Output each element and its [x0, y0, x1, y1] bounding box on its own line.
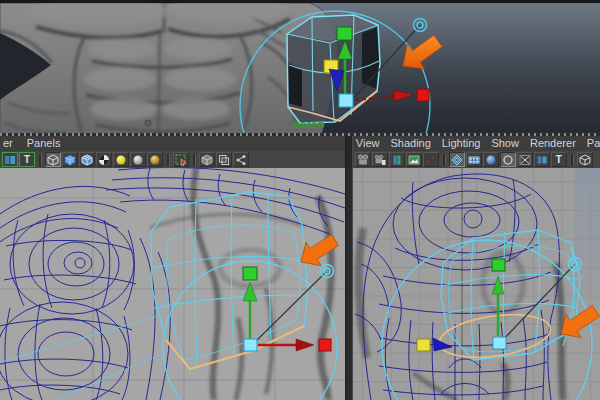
panel-chrome-row: er Panels T	[0, 136, 600, 168]
gate-mask-icon[interactable]	[483, 152, 499, 167]
safe-title-icon[interactable]	[534, 152, 550, 167]
front-scene	[0, 168, 345, 400]
front-viewport[interactable]	[0, 168, 345, 400]
two-pane-layout-icon[interactable]	[2, 152, 18, 167]
toolbar-separator	[39, 154, 42, 166]
xray-mode-icon[interactable]	[199, 152, 215, 167]
left-panel-menubar: er Panels	[0, 136, 345, 151]
menu-panels[interactable]: Panels	[587, 136, 600, 151]
toolbar-separator	[571, 154, 574, 166]
image-plane-icon[interactable]	[406, 152, 422, 167]
select-camera-icon[interactable]	[355, 152, 371, 167]
bottom-viewports	[0, 168, 600, 400]
menu-panels[interactable]: Panels	[27, 136, 61, 151]
toolbar-separator	[443, 154, 446, 166]
texture-view-icon[interactable]: T	[19, 152, 35, 167]
maya-window: persp er Panels T	[0, 0, 600, 400]
toolbar-separator	[167, 154, 170, 166]
x-axis-handle[interactable]	[417, 89, 429, 101]
center-handle[interactable]	[493, 337, 506, 349]
side-scene	[353, 168, 600, 400]
left-panel-toolbar: T	[0, 151, 345, 168]
y-axis-handle[interactable]	[243, 267, 257, 280]
smooth-shade-icon[interactable]	[62, 152, 78, 167]
frame-text-icon[interactable]: T	[551, 152, 567, 167]
wireframe-mode-icon[interactable]	[577, 152, 593, 167]
y-axis-handle[interactable]	[492, 259, 505, 271]
isolate-select-icon[interactable]	[173, 152, 189, 167]
wireframe-on-shaded-icon[interactable]	[79, 152, 95, 167]
flat-lighting-icon[interactable]	[130, 152, 146, 167]
safe-action-icon[interactable]	[517, 152, 533, 167]
film-gate-icon[interactable]	[449, 152, 465, 167]
perspective-scene	[0, 3, 600, 136]
navel	[145, 120, 151, 126]
x-axis-handle[interactable]	[319, 339, 331, 351]
bookmarks-icon[interactable]	[389, 152, 405, 167]
menu-view[interactable]: View	[356, 136, 380, 151]
right-panel-chrome: View Shading Lighting Show Renderer Pane…	[353, 136, 600, 168]
textured-mode-icon[interactable]	[96, 152, 112, 167]
all-lights-icon[interactable]	[147, 152, 163, 167]
pan-zoom-icon[interactable]	[423, 152, 439, 167]
right-panel-menubar: View Shading Lighting Show Renderer Pane…	[353, 136, 600, 151]
center-handle[interactable]	[339, 94, 353, 107]
panel-divider[interactable]	[345, 136, 353, 168]
left-panel-chrome: er Panels T	[0, 136, 345, 168]
menu-show[interactable]: Show	[491, 136, 519, 151]
right-panel-toolbar: T	[353, 151, 600, 168]
side-viewport[interactable]	[353, 168, 600, 400]
perspective-viewport[interactable]: persp	[0, 0, 600, 136]
wireframe-mode-icon[interactable]	[45, 152, 61, 167]
plugin-display-icon[interactable]	[233, 152, 249, 167]
y-axis-handle[interactable]	[337, 27, 352, 40]
menu-renderer[interactable]: Renderer	[530, 136, 576, 151]
menu-renderer-truncated[interactable]: er	[3, 136, 13, 151]
z-axis-handle[interactable]	[417, 339, 430, 351]
menu-lighting[interactable]: Lighting	[442, 136, 481, 151]
panel-divider[interactable]	[345, 168, 353, 400]
default-lighting-icon[interactable]	[113, 152, 129, 167]
xray-active-components-icon[interactable]	[216, 152, 232, 167]
field-chart-icon[interactable]	[500, 152, 516, 167]
resolution-gate-icon[interactable]	[466, 152, 482, 167]
center-handle[interactable]	[244, 339, 257, 351]
menu-shading[interactable]: Shading	[390, 136, 430, 151]
camera-attributes-icon[interactable]	[372, 152, 388, 167]
camera-label: persp	[293, 118, 325, 130]
toolbar-separator	[193, 154, 196, 166]
